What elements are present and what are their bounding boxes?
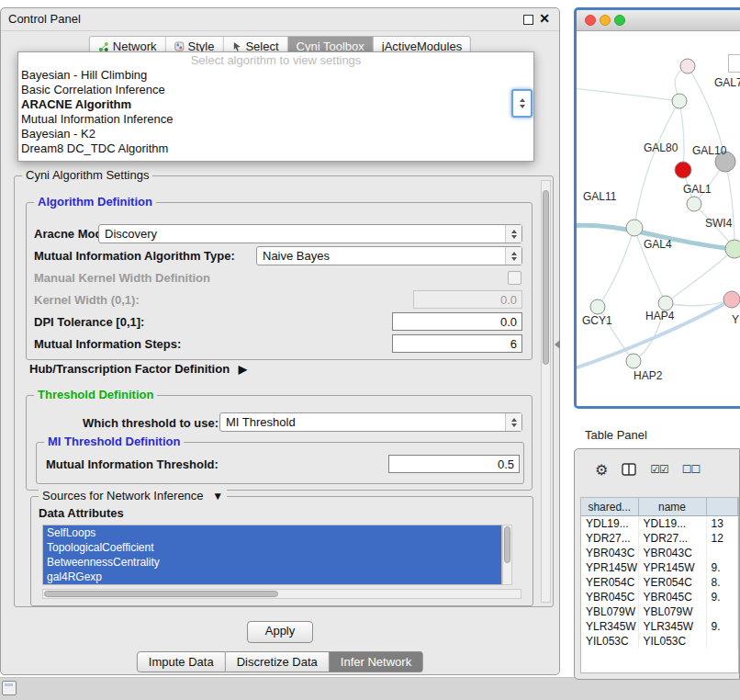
node-table[interactable]: shared... name YDL19...YDL19...13YDR27..… [580, 497, 739, 673]
mi-threshold-legend: MI Threshold Definition [44, 435, 184, 448]
settings-scrollbar[interactable] [541, 180, 551, 603]
table-header-row[interactable]: shared... name [581, 498, 738, 516]
attribute-list[interactable]: SelfLoops TopologicalCoefficient Between… [42, 525, 502, 585]
cyni-algorithm-settings-group: Cyni Algorithm Settings Algorithm Defini… [14, 175, 554, 607]
network-node[interactable] [672, 94, 687, 108]
dropdown-item[interactable]: Mutual Information Inference [18, 112, 533, 127]
tab-impute-data[interactable]: Impute Data [137, 651, 226, 672]
mi-algorithm-type-select[interactable]: Naive Bayes [256, 246, 522, 265]
dropdown-item[interactable]: Bayesian - K2 [18, 127, 533, 141]
check-all-icon[interactable]: ☑☑ [650, 463, 668, 476]
table-cell: 9. [706, 619, 738, 634]
manual-kernel-checkbox[interactable] [508, 271, 521, 285]
attribute-list-scrollbar[interactable] [502, 525, 512, 585]
table-panel-title: Table Panel [585, 428, 647, 442]
aracne-mode-value: Discovery [99, 227, 505, 241]
table-row[interactable]: YPR145WYPR145W9. [581, 560, 738, 575]
table-row[interactable]: YER054CYER054C8. [581, 575, 738, 590]
network-node[interactable] [725, 240, 740, 258]
network-node[interactable] [590, 299, 605, 314]
attribute-item[interactable]: gal4RGexp [43, 570, 501, 584]
combo-stepper-icon[interactable] [505, 413, 521, 431]
node-label: GAL4 [644, 238, 672, 251]
float-window-icon[interactable] [523, 15, 533, 25]
stepper-up-icon[interactable] [520, 98, 525, 102]
table-cell: YBL079W [581, 604, 638, 619]
network-node[interactable] [658, 296, 673, 310]
attribute-list-hscrollbar[interactable] [42, 589, 521, 599]
table-row[interactable]: YLR345WYLR345W9. [581, 619, 738, 634]
network-node[interactable] [723, 291, 740, 308]
splitpane-collapse-arrow[interactable] [555, 340, 560, 349]
gear-icon[interactable]: ⚙ [595, 461, 608, 479]
desktop: Control Panel ✕ Network Style [0, 0, 740, 700]
network-canvas[interactable]: GAL7GAL80GAL10GAL11GAL1SWI4GAL4GCY1HAP4Y… [577, 31, 740, 409]
apply-button[interactable]: Apply [247, 621, 313, 643]
dpi-tolerance-label: DPI Tolerance [0,1]: [34, 315, 144, 329]
column-header-shared-name[interactable]: shared... [581, 498, 638, 516]
dpi-tolerance-field[interactable]: 0.0 [392, 312, 522, 331]
collapse-down-icon[interactable]: ▼ [212, 490, 223, 502]
node-label: SWI4 [705, 217, 733, 230]
combo-stepper-icon[interactable] [505, 225, 521, 243]
table-cell: 9. [706, 590, 738, 604]
style-tab-icon [174, 41, 185, 51]
cyni-settings-legend: Cyni Algorithm Settings [22, 168, 152, 182]
minimize-traffic-light[interactable] [600, 15, 611, 26]
columns-icon[interactable] [622, 463, 636, 476]
which-threshold-select[interactable]: MI Threshold [219, 412, 522, 432]
table-cell [706, 546, 738, 560]
control-panel-titlebar[interactable]: Control Panel ✕ [1, 8, 559, 31]
table-row[interactable]: YIL053CYIL053C [581, 634, 738, 649]
uncheck-all-icon[interactable]: ☐☐ [682, 463, 701, 476]
network-node[interactable] [626, 354, 641, 368]
hub-definition-label: Hub/Transcription Factor Definition [29, 362, 230, 376]
network-node[interactable] [626, 220, 643, 236]
algorithm-combo-stepper[interactable] [511, 89, 533, 118]
column-header-name[interactable]: name [638, 498, 706, 516]
tab-discretize-data[interactable]: Discretize Data [226, 651, 330, 672]
dropdown-item-selected[interactable]: ARACNE Algorithm [18, 97, 533, 112]
network-tab-icon [98, 41, 109, 52]
table-row[interactable]: YBR043CYBR043C [581, 546, 738, 560]
network-window-titlebar[interactable] [577, 10, 740, 31]
close-traffic-light[interactable] [585, 15, 596, 26]
attribute-list-scrollbar-thumb[interactable] [504, 526, 510, 563]
kernel-width-field[interactable]: 0.0 [413, 290, 522, 309]
close-icon[interactable]: ✕ [539, 11, 550, 26]
table-row[interactable]: YDR27...YDR27...12 [581, 531, 738, 546]
attribute-item[interactable]: BetweennessCentrality [43, 555, 501, 570]
network-node[interactable] [675, 162, 691, 178]
tab-infer-network[interactable]: Infer Network [330, 651, 423, 672]
algorithm-definition-group: Algorithm Definition Aracne Mode: Discov… [26, 202, 533, 360]
table-cell: YDR27... [581, 531, 638, 546]
stepper-down-icon[interactable] [520, 105, 525, 108]
table-cell: YBR045C [581, 590, 638, 604]
combo-stepper-icon[interactable] [505, 247, 521, 265]
network-view-window: GAL7GAL80GAL10GAL11GAL1SWI4GAL4GCY1HAP4Y… [574, 7, 740, 409]
table-row[interactable]: YDL19...YDL19...13 [581, 516, 738, 532]
mi-type-value: Naive Bayes [257, 249, 505, 263]
hub-definition-expander[interactable]: Hub/Transcription Factor Definition ▶ [29, 362, 247, 376]
dropdown-item[interactable]: Dream8 DC_TDC Algorithm [18, 141, 533, 156]
dropdown-item[interactable]: Bayesian - Hill Climbing [18, 68, 533, 83]
sources-legend[interactable]: Sources for Network Inference ▼ [39, 489, 227, 502]
dropdown-item[interactable]: Basic Correlation Inference [18, 83, 533, 97]
attribute-item[interactable]: SelfLoops [43, 525, 501, 540]
mi-threshold-field[interactable]: 0.5 [388, 455, 520, 473]
bottom-tab-group: Impute Data Discretize Data Infer Networ… [137, 651, 423, 672]
table-row[interactable]: YBL079WYBL079W [581, 604, 738, 619]
expand-right-icon[interactable]: ▶ [239, 363, 247, 376]
network-node[interactable] [687, 197, 701, 211]
table-row[interactable]: YBR045CYBR045C9. [581, 590, 738, 604]
network-node[interactable] [680, 59, 695, 73]
minimized-panel-icon[interactable] [2, 681, 17, 695]
mi-steps-field[interactable]: 6 [392, 334, 522, 353]
attribute-item[interactable]: TopologicalCoefficient [43, 540, 501, 555]
attribute-list-hscrollbar-thumb[interactable] [44, 591, 278, 597]
table-cell: YER054C [638, 575, 706, 590]
zoom-traffic-light[interactable] [614, 15, 625, 26]
settings-scrollbar-thumb[interactable] [543, 190, 549, 365]
aracne-mode-select[interactable]: Discovery [98, 224, 522, 243]
column-header-extra[interactable] [706, 498, 738, 516]
